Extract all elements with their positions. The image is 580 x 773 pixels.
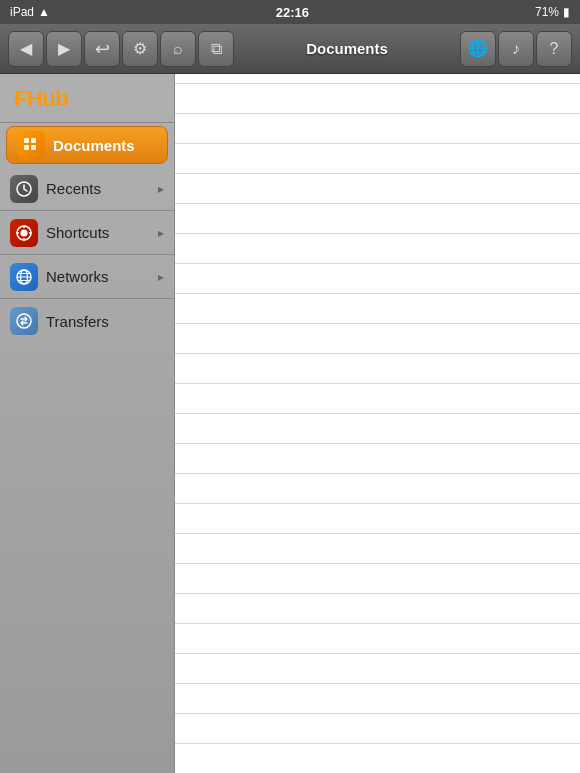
transfers-label: Transfers [46,313,164,330]
svg-point-6 [21,229,28,236]
app-container: ◀ ▶ ↩ ⚙ ⌕ ⧉ Documents 🌐 ♪ ? FHub [0,24,580,773]
battery-label: 71% [535,5,559,19]
recents-label: Recents [46,180,158,197]
networks-chevron-icon: ▸ [158,270,164,284]
app-logo: FHub [0,74,174,123]
shortcuts-label: Shortcuts [46,224,158,241]
documents-label: Documents [53,137,157,154]
music-button[interactable]: ♪ [498,31,534,67]
networks-label: Networks [46,268,158,285]
forward-button[interactable]: ▶ [46,31,82,67]
svg-rect-0 [24,138,29,143]
svg-point-16 [17,314,31,328]
sidebar-item-documents[interactable]: Documents [6,126,168,164]
status-right: 71% ▮ [535,5,570,19]
svg-rect-2 [24,145,29,150]
sidebar-item-networks[interactable]: Networks ▸ [0,255,174,299]
transfers-icon [10,307,38,335]
recents-chevron-icon: ▸ [158,182,164,196]
copy-button[interactable]: ⧉ [198,31,234,67]
svg-rect-3 [31,145,36,150]
sidebar-item-recents[interactable]: Recents ▸ [0,167,174,211]
refresh-button[interactable]: ↩ [84,31,120,67]
recents-icon [10,175,38,203]
shortcuts-chevron-icon: ▸ [158,226,164,240]
logo-hub: Hub [27,86,68,111]
globe-button[interactable]: 🌐 [460,31,496,67]
main-content: FHub Documents [0,74,580,773]
settings-button[interactable]: ⚙ [122,31,158,67]
wifi-icon: ▲ [38,5,50,19]
toolbar: ◀ ▶ ↩ ⚙ ⌕ ⧉ Documents 🌐 ♪ ? [0,24,580,74]
toolbar-title: Documents [236,40,458,57]
help-button[interactable]: ? [536,31,572,67]
sidebar-item-shortcuts[interactable]: Shortcuts ▸ [0,211,174,255]
battery-icon: ▮ [563,5,570,19]
status-bar: iPad ▲ 22:16 71% ▮ [0,0,580,24]
status-time: 22:16 [276,5,309,20]
documents-icon [17,131,45,159]
back-button[interactable]: ◀ [8,31,44,67]
sidebar-item-transfers[interactable]: Transfers [0,299,174,343]
shortcuts-icon [10,219,38,247]
logo-f: F [14,86,27,111]
content-area [175,74,580,773]
networks-icon [10,263,38,291]
svg-rect-1 [31,138,36,143]
toolbar-right-buttons: 🌐 ♪ ? [460,31,572,67]
status-left: iPad ▲ [10,5,50,19]
device-label: iPad [10,5,34,19]
app-logo-text: FHub [14,86,160,112]
search-button[interactable]: ⌕ [160,31,196,67]
sidebar: FHub Documents [0,74,175,773]
